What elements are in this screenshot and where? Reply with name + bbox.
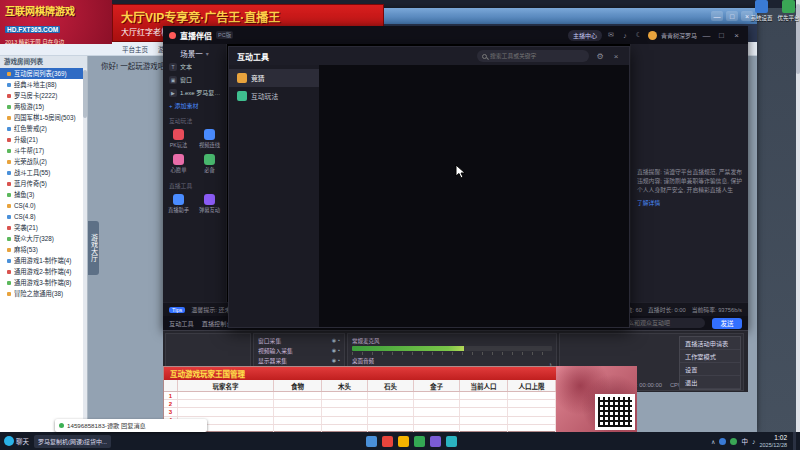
room-tree-item[interactable]: 互动房间列表(369): [0, 68, 87, 79]
anchor-center-button[interactable]: 主播中心: [568, 30, 602, 41]
menu-item[interactable]: 设置: [680, 363, 740, 376]
app-icon-green[interactable]: [414, 436, 425, 447]
room-tree-item[interactable]: 冒险之旅通用(38): [0, 288, 87, 299]
stream-minimize-button[interactable]: —: [701, 31, 712, 40]
tray-expand-icon[interactable]: ∧: [711, 438, 715, 445]
lobby-vertical-tab[interactable]: 游戏大厅: [88, 221, 99, 275]
browser-icon[interactable]: [382, 436, 393, 447]
tree-scrollbar-thumb[interactable]: [83, 70, 87, 118]
room-tree-item[interactable]: 斗牛帮(17): [0, 145, 87, 156]
overlay-close-icon[interactable]: ×: [611, 52, 621, 61]
add-source-button[interactable]: + 添加素材: [163, 99, 226, 112]
tree-scrollbar[interactable]: [83, 68, 87, 432]
overlay-tool-item[interactable]: 竞猜: [229, 69, 319, 87]
room-tree-item[interactable]: 两极游(15): [0, 101, 87, 112]
tray-icon-green[interactable]: [730, 438, 737, 445]
room-tree-item[interactable]: 四国军棋1-5房间(503): [0, 112, 87, 123]
stream-maximize-button[interactable]: □: [716, 31, 727, 40]
desktop-shortcut[interactable]: 优先平台: [777, 0, 800, 27]
room-icon: [7, 105, 11, 109]
chat-notification-popup[interactable]: 14596858183-谭歌 回复消息: [55, 419, 207, 432]
panel-scrollbar[interactable]: [796, 0, 800, 450]
source-item[interactable]: 1.exe 罗马复制机: [163, 86, 226, 99]
online-status-dot: [59, 423, 64, 428]
interact-tool-label: PK玩法: [170, 141, 188, 149]
room-tree-item[interactable]: 联众大厅(328): [0, 233, 87, 244]
minimize-button[interactable]: —: [711, 11, 723, 21]
obs-source-row[interactable]: 视频输入采集 ◉ ▪: [255, 345, 343, 355]
user-avatar[interactable]: [648, 31, 657, 40]
room-tree-item[interactable]: CS(4.8): [0, 211, 87, 222]
obs-source-row[interactable]: 窗口采集 ◉ ▪: [255, 335, 343, 345]
room-tree-item[interactable]: 蓝月传奇(5): [0, 178, 87, 189]
room-tree-item[interactable]: 升级(21): [0, 134, 87, 145]
notification-icon[interactable]: ♪: [620, 32, 630, 39]
interact-tool[interactable]: 必备: [194, 152, 225, 177]
room-tree-item[interactable]: 通用游戏2-制作端(4): [0, 266, 87, 277]
source-item[interactable]: 窗口: [163, 73, 226, 86]
tool-search-input[interactable]: [490, 53, 584, 59]
overlay-header[interactable]: 互动工具 ⚙ ×: [229, 47, 629, 65]
room-tree-item[interactable]: CS(4.0): [0, 200, 87, 211]
mail-icon[interactable]: ✉: [606, 31, 616, 39]
live-tool[interactable]: 弹幕互动: [194, 192, 225, 217]
room-tree-item[interactable]: 罗马房卡(2222): [0, 90, 87, 101]
stream-close-button[interactable]: ×: [731, 31, 742, 40]
room-tree-item[interactable]: 突袭(21): [0, 222, 87, 233]
maximize-button[interactable]: □: [726, 11, 738, 21]
room-tree-item[interactable]: 红色警戒(2): [0, 123, 87, 134]
room-tree-item[interactable]: 通用游戏3-制作端(8): [0, 277, 87, 288]
interact-tool[interactable]: 视频连线: [194, 127, 225, 152]
overlay-gear-icon[interactable]: ⚙: [595, 52, 605, 61]
app-icon-purple[interactable]: [430, 436, 441, 447]
room-label: CS(4.8): [14, 213, 36, 220]
visibility-eye-icon[interactable]: ◉: [332, 337, 336, 343]
live-tool[interactable]: 直播助手: [163, 192, 194, 217]
lock-icon[interactable]: ▪: [338, 347, 340, 353]
logo-url: HD.FXT365.COM: [5, 26, 60, 33]
interact-tool[interactable]: 心愿单: [163, 152, 194, 177]
room-tree-item[interactable]: 捕鱼(3): [0, 189, 87, 200]
taskbar-window-button[interactable]: 罗马复制机(网课)接货中...: [34, 435, 111, 448]
room-tree-item[interactable]: 经典斗地主(88): [0, 79, 87, 90]
visibility-eye-icon[interactable]: ◉: [332, 347, 336, 353]
lobby-toolbar-tab[interactable]: 平台主页: [122, 44, 148, 54]
row-number: 3: [164, 408, 178, 415]
menu-item[interactable]: 直播活动申请表: [680, 337, 740, 350]
show-desktop-button[interactable]: [793, 432, 796, 450]
menu-item[interactable]: 退出: [680, 376, 740, 389]
room-label: 通用游戏2-制作端(4): [14, 267, 71, 276]
room-tree-item[interactable]: 麻将(53): [0, 244, 87, 255]
lock-icon[interactable]: ▪: [338, 357, 340, 363]
menu-item[interactable]: 工作室模式: [680, 350, 740, 363]
mixer-channel-1-meter[interactable]: [352, 346, 552, 351]
live-tool-icon: [173, 194, 184, 205]
stream-titlebar[interactable]: 直播伴侣 PC版 主播中心 ✉ ♪ ☾ 青青树深罗马 — □ ×: [163, 26, 748, 44]
app-icon-yellow[interactable]: [398, 436, 409, 447]
app-icon-teal[interactable]: [446, 436, 457, 447]
theme-icon[interactable]: ☾: [634, 31, 644, 39]
tray-icon-blue[interactable]: [719, 438, 726, 445]
source-item[interactable]: 文本: [163, 60, 226, 73]
room-tree-item[interactable]: 通用游戏1-制作端(4): [0, 255, 87, 266]
overlay-tool-item[interactable]: 互动玩法: [229, 87, 319, 105]
obs-source-row[interactable]: 显示器采集 ◉ ▪: [255, 355, 343, 365]
send-button[interactable]: 发送: [712, 318, 742, 329]
interact-tool[interactable]: PK玩法: [163, 127, 194, 152]
taskbar-chat-app[interactable]: 聊天: [4, 436, 29, 446]
volume-icon[interactable]: ♪: [752, 438, 756, 445]
clock-date: 2025/12/28: [759, 442, 787, 448]
bottom-tab[interactable]: 互动工具: [169, 319, 194, 328]
scene-selector[interactable]: 场景一 ▾: [163, 46, 226, 60]
input-language-indicator[interactable]: 中: [741, 436, 748, 446]
taskbar-clock[interactable]: 1:02 2025/12/28: [759, 434, 787, 448]
visibility-eye-icon[interactable]: ◉: [332, 357, 336, 363]
lock-icon[interactable]: ▪: [338, 337, 340, 343]
notice-more-link[interactable]: 了解详情: [637, 198, 742, 207]
room-icon: [7, 292, 11, 296]
room-tree-item[interactable]: 战斗工具(55): [0, 167, 87, 178]
desktop-shortcut[interactable]: 系统设置: [750, 0, 773, 27]
room-tree-item[interactable]: 光荣战队(2): [0, 156, 87, 167]
file-explorer-icon[interactable]: [366, 436, 377, 447]
tool-search-box[interactable]: [477, 50, 589, 62]
